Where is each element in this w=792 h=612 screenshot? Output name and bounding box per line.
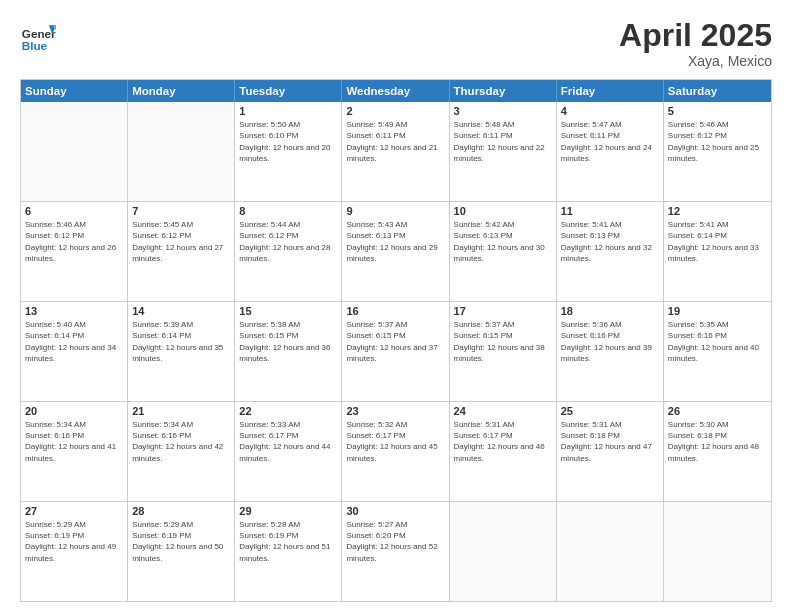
day-number: 25	[561, 405, 659, 417]
empty-cell-4-5	[557, 502, 664, 601]
day-number: 9	[346, 205, 444, 217]
day-cell-17: 17Sunrise: 5:37 AMSunset: 6:15 PMDayligh…	[450, 302, 557, 401]
cell-info: Sunrise: 5:44 AMSunset: 6:12 PMDaylight:…	[239, 219, 337, 264]
day-number: 26	[668, 405, 767, 417]
day-cell-18: 18Sunrise: 5:36 AMSunset: 6:16 PMDayligh…	[557, 302, 664, 401]
day-number: 18	[561, 305, 659, 317]
header: General Blue April 2025 Xaya, Mexico	[20, 18, 772, 69]
cell-info: Sunrise: 5:37 AMSunset: 6:15 PMDaylight:…	[346, 319, 444, 364]
cell-info: Sunrise: 5:41 AMSunset: 6:13 PMDaylight:…	[561, 219, 659, 264]
day-number: 23	[346, 405, 444, 417]
day-number: 27	[25, 505, 123, 517]
cell-info: Sunrise: 5:41 AMSunset: 6:14 PMDaylight:…	[668, 219, 767, 264]
title-block: April 2025 Xaya, Mexico	[619, 18, 772, 69]
week-row-4: 20Sunrise: 5:34 AMSunset: 6:16 PMDayligh…	[21, 402, 771, 502]
day-cell-24: 24Sunrise: 5:31 AMSunset: 6:17 PMDayligh…	[450, 402, 557, 501]
day-number: 4	[561, 105, 659, 117]
day-cell-6: 6Sunrise: 5:46 AMSunset: 6:12 PMDaylight…	[21, 202, 128, 301]
day-number: 30	[346, 505, 444, 517]
cell-info: Sunrise: 5:49 AMSunset: 6:11 PMDaylight:…	[346, 119, 444, 164]
day-number: 19	[668, 305, 767, 317]
day-header-friday: Friday	[557, 80, 664, 102]
cell-info: Sunrise: 5:45 AMSunset: 6:12 PMDaylight:…	[132, 219, 230, 264]
day-header-monday: Monday	[128, 80, 235, 102]
cell-info: Sunrise: 5:31 AMSunset: 6:18 PMDaylight:…	[561, 419, 659, 464]
day-number: 1	[239, 105, 337, 117]
day-cell-4: 4Sunrise: 5:47 AMSunset: 6:11 PMDaylight…	[557, 102, 664, 201]
day-number: 10	[454, 205, 552, 217]
day-number: 20	[25, 405, 123, 417]
day-cell-5: 5Sunrise: 5:46 AMSunset: 6:12 PMDaylight…	[664, 102, 771, 201]
logo-icon: General Blue	[20, 18, 56, 54]
day-number: 17	[454, 305, 552, 317]
cell-info: Sunrise: 5:31 AMSunset: 6:17 PMDaylight:…	[454, 419, 552, 464]
cell-info: Sunrise: 5:36 AMSunset: 6:16 PMDaylight:…	[561, 319, 659, 364]
svg-text:Blue: Blue	[22, 39, 48, 52]
cell-info: Sunrise: 5:46 AMSunset: 6:12 PMDaylight:…	[668, 119, 767, 164]
day-cell-11: 11Sunrise: 5:41 AMSunset: 6:13 PMDayligh…	[557, 202, 664, 301]
cell-info: Sunrise: 5:30 AMSunset: 6:18 PMDaylight:…	[668, 419, 767, 464]
day-cell-14: 14Sunrise: 5:39 AMSunset: 6:14 PMDayligh…	[128, 302, 235, 401]
day-number: 7	[132, 205, 230, 217]
day-number: 14	[132, 305, 230, 317]
day-cell-20: 20Sunrise: 5:34 AMSunset: 6:16 PMDayligh…	[21, 402, 128, 501]
day-cell-13: 13Sunrise: 5:40 AMSunset: 6:14 PMDayligh…	[21, 302, 128, 401]
cell-info: Sunrise: 5:29 AMSunset: 6:19 PMDaylight:…	[132, 519, 230, 564]
day-header-saturday: Saturday	[664, 80, 771, 102]
day-cell-28: 28Sunrise: 5:29 AMSunset: 6:19 PMDayligh…	[128, 502, 235, 601]
cell-info: Sunrise: 5:27 AMSunset: 6:20 PMDaylight:…	[346, 519, 444, 564]
day-number: 5	[668, 105, 767, 117]
month-title: April 2025	[619, 18, 772, 53]
empty-cell-0-1	[128, 102, 235, 201]
day-cell-22: 22Sunrise: 5:33 AMSunset: 6:17 PMDayligh…	[235, 402, 342, 501]
day-cell-30: 30Sunrise: 5:27 AMSunset: 6:20 PMDayligh…	[342, 502, 449, 601]
calendar-header: SundayMondayTuesdayWednesdayThursdayFrid…	[21, 80, 771, 102]
cell-info: Sunrise: 5:34 AMSunset: 6:16 PMDaylight:…	[25, 419, 123, 464]
day-cell-3: 3Sunrise: 5:48 AMSunset: 6:11 PMDaylight…	[450, 102, 557, 201]
day-number: 24	[454, 405, 552, 417]
day-number: 15	[239, 305, 337, 317]
day-cell-15: 15Sunrise: 5:38 AMSunset: 6:15 PMDayligh…	[235, 302, 342, 401]
week-row-1: 1Sunrise: 5:50 AMSunset: 6:10 PMDaylight…	[21, 102, 771, 202]
week-row-2: 6Sunrise: 5:46 AMSunset: 6:12 PMDaylight…	[21, 202, 771, 302]
day-number: 8	[239, 205, 337, 217]
day-number: 12	[668, 205, 767, 217]
cell-info: Sunrise: 5:50 AMSunset: 6:10 PMDaylight:…	[239, 119, 337, 164]
day-cell-21: 21Sunrise: 5:34 AMSunset: 6:16 PMDayligh…	[128, 402, 235, 501]
day-cell-25: 25Sunrise: 5:31 AMSunset: 6:18 PMDayligh…	[557, 402, 664, 501]
day-number: 29	[239, 505, 337, 517]
page: General Blue April 2025 Xaya, Mexico Sun…	[0, 0, 792, 612]
day-number: 21	[132, 405, 230, 417]
empty-cell-0-0	[21, 102, 128, 201]
day-cell-10: 10Sunrise: 5:42 AMSunset: 6:13 PMDayligh…	[450, 202, 557, 301]
cell-info: Sunrise: 5:32 AMSunset: 6:17 PMDaylight:…	[346, 419, 444, 464]
calendar: SundayMondayTuesdayWednesdayThursdayFrid…	[20, 79, 772, 602]
cell-info: Sunrise: 5:40 AMSunset: 6:14 PMDaylight:…	[25, 319, 123, 364]
week-row-5: 27Sunrise: 5:29 AMSunset: 6:19 PMDayligh…	[21, 502, 771, 601]
day-cell-29: 29Sunrise: 5:28 AMSunset: 6:19 PMDayligh…	[235, 502, 342, 601]
day-cell-26: 26Sunrise: 5:30 AMSunset: 6:18 PMDayligh…	[664, 402, 771, 501]
day-cell-16: 16Sunrise: 5:37 AMSunset: 6:15 PMDayligh…	[342, 302, 449, 401]
cell-info: Sunrise: 5:28 AMSunset: 6:19 PMDaylight:…	[239, 519, 337, 564]
day-cell-9: 9Sunrise: 5:43 AMSunset: 6:13 PMDaylight…	[342, 202, 449, 301]
day-cell-12: 12Sunrise: 5:41 AMSunset: 6:14 PMDayligh…	[664, 202, 771, 301]
cell-info: Sunrise: 5:29 AMSunset: 6:19 PMDaylight:…	[25, 519, 123, 564]
cell-info: Sunrise: 5:38 AMSunset: 6:15 PMDaylight:…	[239, 319, 337, 364]
cell-info: Sunrise: 5:33 AMSunset: 6:17 PMDaylight:…	[239, 419, 337, 464]
day-number: 2	[346, 105, 444, 117]
cell-info: Sunrise: 5:46 AMSunset: 6:12 PMDaylight:…	[25, 219, 123, 264]
day-cell-8: 8Sunrise: 5:44 AMSunset: 6:12 PMDaylight…	[235, 202, 342, 301]
empty-cell-4-4	[450, 502, 557, 601]
day-number: 13	[25, 305, 123, 317]
empty-cell-4-6	[664, 502, 771, 601]
day-header-wednesday: Wednesday	[342, 80, 449, 102]
day-header-sunday: Sunday	[21, 80, 128, 102]
week-row-3: 13Sunrise: 5:40 AMSunset: 6:14 PMDayligh…	[21, 302, 771, 402]
day-cell-7: 7Sunrise: 5:45 AMSunset: 6:12 PMDaylight…	[128, 202, 235, 301]
day-number: 22	[239, 405, 337, 417]
day-number: 28	[132, 505, 230, 517]
cell-info: Sunrise: 5:35 AMSunset: 6:16 PMDaylight:…	[668, 319, 767, 364]
logo: General Blue	[20, 18, 56, 54]
cell-info: Sunrise: 5:43 AMSunset: 6:13 PMDaylight:…	[346, 219, 444, 264]
location: Xaya, Mexico	[619, 53, 772, 69]
